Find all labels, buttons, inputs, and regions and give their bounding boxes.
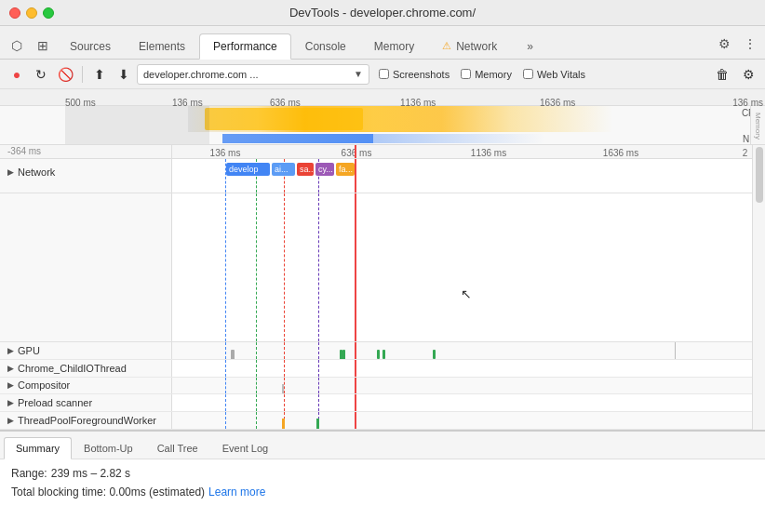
pre-vline-3: [284, 394, 285, 411]
network-exp-cursor: [355, 193, 356, 341]
maximize-button[interactable]: [43, 7, 54, 19]
threadpool-label[interactable]: ▶ ThreadPoolForegroundWorker: [0, 412, 172, 429]
tab-performance[interactable]: Performance: [199, 33, 291, 60]
child-io-arrow-icon: ▶: [7, 364, 14, 373]
comp-cursor: [355, 378, 356, 394]
network-cursor: [355, 159, 356, 193]
child-io-label-text: Chrome_ChildIOThread: [18, 363, 127, 374]
more-options-icon[interactable]: ⋮: [739, 33, 761, 55]
compositor-label-text: Compositor: [18, 379, 70, 391]
divider1: [82, 66, 83, 83]
url-bar[interactable]: developer.chrome.com ... ▼: [137, 64, 369, 85]
bottom-tab-event-log[interactable]: Event Log: [210, 436, 281, 459]
vertical-scrollbar[interactable]: [752, 145, 765, 430]
gpu-label-text: GPU: [18, 345, 40, 356]
cursor-line: [355, 145, 356, 158]
threadpool-label-text: ThreadPoolForegroundWorker: [18, 415, 156, 426]
tab-network[interactable]: ⚠ Network: [428, 33, 511, 59]
comp-vline-2: [256, 378, 257, 394]
tp-green-dot: [316, 419, 319, 429]
preload-arrow-icon: ▶: [7, 398, 14, 407]
net-item-sa[interactable]: sa...: [297, 163, 314, 176]
compositor-label[interactable]: ▶ Compositor: [0, 378, 172, 394]
child-io-label[interactable]: ▶ Chrome_ChildIOThread: [0, 360, 172, 377]
network-track-content[interactable]: develop ai... sa... cy... fa...: [172, 159, 752, 193]
mouse-cursor-icon: ↖: [461, 286, 472, 301]
tp-cursor: [355, 412, 356, 429]
gpu-track-label[interactable]: ▶ GPU: [0, 342, 172, 359]
delete-button[interactable]: 🗑: [711, 63, 733, 86]
nav-layout-button[interactable]: ⊞: [30, 33, 56, 59]
timeline-ruler: -364 ms 136 ms 636 ms 1136 ms 1636 ms 2: [0, 145, 752, 159]
devtools-settings-area: ⚙ ⋮: [713, 33, 761, 59]
url-text: developer.chrome.com ...: [143, 69, 350, 80]
preload-track: ▶ Preload scanner: [0, 394, 752, 412]
gpu-arrow-icon: ▶: [7, 346, 14, 355]
bottom-tab-summary[interactable]: Summary: [4, 437, 72, 459]
range-value: 239 ms – 2.82 s: [51, 467, 130, 480]
settings-icon[interactable]: ⚙: [713, 33, 735, 55]
gpu-track-content[interactable]: [172, 342, 752, 359]
pre-vline-4: [318, 394, 319, 411]
vline-exp-3: [284, 193, 285, 341]
web-vitals-checkbox[interactable]: Web Vitals: [523, 69, 585, 80]
net-item-cy[interactable]: cy...: [315, 163, 334, 176]
tab-console[interactable]: Console: [291, 33, 360, 59]
clear-button[interactable]: 🚫: [54, 63, 76, 86]
upload-button[interactable]: ⬆: [88, 63, 111, 86]
tab-elements[interactable]: Elements: [125, 33, 199, 59]
memory-checkbox[interactable]: Memory: [461, 69, 512, 80]
vline-exp-1: [225, 193, 226, 341]
scrollbar-thumb[interactable]: [756, 147, 763, 203]
cio-vline-1: [225, 360, 226, 377]
screenshots-checkbox[interactable]: Screenshots: [379, 69, 450, 80]
url-dropdown-icon[interactable]: ▼: [354, 69, 363, 79]
network-warning-icon: ⚠: [442, 40, 451, 52]
ruler-mark-136ms: 136 ms: [210, 148, 241, 158]
cio-vline-3: [284, 360, 285, 377]
compositor-arrow-icon: ▶: [7, 380, 14, 390]
pre-cursor: [355, 394, 356, 411]
tab-memory[interactable]: Memory: [360, 33, 428, 59]
reload-button[interactable]: ↻: [30, 63, 52, 86]
gpu-vline-3: [284, 342, 285, 359]
gpu-dot-4: [382, 350, 385, 359]
threadpool-content[interactable]: [172, 412, 752, 429]
preload-label[interactable]: ▶ Preload scanner: [0, 394, 172, 411]
compositor-content[interactable]: [172, 378, 752, 394]
window-title: DevTools - developer.chrome.com/: [289, 6, 476, 20]
cpu-highlight: [205, 108, 363, 130]
gpu-track: ▶ GPU: [0, 342, 752, 360]
tab-sources[interactable]: Sources: [56, 33, 125, 59]
minimize-button[interactable]: [26, 7, 37, 19]
child-io-content[interactable]: [172, 360, 752, 377]
gpu-vline-2: [256, 342, 257, 359]
preload-content[interactable]: [172, 394, 752, 411]
network-track-label[interactable]: ▶ Network: [0, 159, 172, 193]
compositor-track: ▶ Compositor: [0, 378, 752, 395]
record-button[interactable]: ●: [6, 63, 28, 86]
download-button[interactable]: ⬇: [113, 63, 135, 86]
pre-vline-2: [256, 394, 257, 411]
bottom-tab-bottom-up[interactable]: Bottom-Up: [72, 436, 145, 459]
ruler-mark-2: 2: [743, 148, 748, 158]
comp-tick: [282, 384, 284, 394]
blocking-time-label: Total blocking time: 0.00ms (estimated): [11, 485, 205, 499]
bottom-tab-call-tree[interactable]: Call Tree: [145, 436, 210, 459]
comp-vline-3: [284, 378, 285, 394]
net-item-fa[interactable]: fa...: [336, 163, 355, 176]
gpu-vline-4: [318, 342, 319, 359]
overview-content[interactable]: CPU NET Memory: [0, 106, 765, 145]
close-button[interactable]: [9, 7, 20, 19]
gpu-dot-3: [377, 350, 380, 359]
net-item-develop[interactable]: develop: [226, 163, 270, 176]
cio-cursor: [355, 360, 356, 377]
net-item-ai[interactable]: ai...: [272, 163, 295, 176]
window-controls[interactable]: [9, 7, 54, 19]
nav-back-button[interactable]: ⬡: [4, 33, 30, 59]
tab-more-button[interactable]: »: [513, 33, 547, 59]
toolbar-settings-icon[interactable]: ⚙: [737, 63, 759, 86]
learn-more-link[interactable]: Learn more: [208, 485, 265, 499]
gpu-bar: [231, 350, 235, 359]
vline-exp-4: [318, 193, 319, 341]
